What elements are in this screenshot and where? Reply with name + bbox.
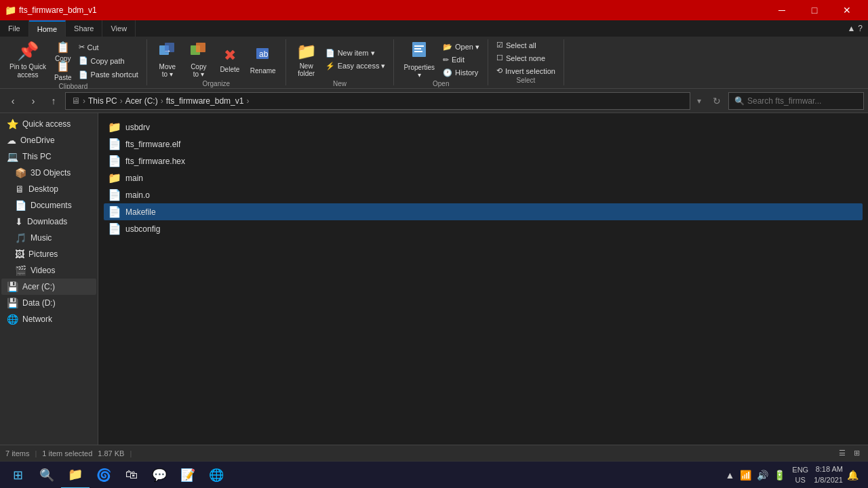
select-all-button[interactable]: ☑ Select all [494, 39, 558, 51]
svg-text:→: → [163, 46, 172, 56]
desktop-icon: 🖥 [15, 184, 24, 195]
open-label: Open [399, 80, 482, 89]
taskbar-skype-icon: 💬 [152, 468, 167, 483]
taskbar-skype[interactable]: 💬 [145, 462, 174, 489]
select-none-button[interactable]: ☐ Select none [494, 52, 558, 64]
copy-button[interactable]: 📋 Copy [50, 42, 76, 61]
taskbar-sticky-notes[interactable]: 📝 [174, 462, 202, 489]
maximize-button[interactable]: □ [799, 0, 830, 20]
tray-notification-button[interactable]: 🔔 [846, 470, 860, 481]
copy-path-button[interactable]: 📄 Copy path [76, 55, 141, 66]
sidebar-item-music[interactable]: 🎵 Music [1, 230, 96, 246]
tray-battery-icon[interactable]: 🔋 [772, 470, 787, 481]
easy-access-button[interactable]: ⚡ Easy access ▾ [323, 60, 389, 72]
forward-button[interactable]: › [24, 92, 42, 110]
ribbon-collapse-button[interactable]: ▲ [847, 24, 855, 33]
search-input[interactable] [747, 96, 858, 106]
taskbar-file-explorer[interactable]: 📁 [61, 462, 90, 489]
folder-icon: 📁 [108, 121, 121, 134]
tab-file[interactable]: File [0, 20, 29, 37]
history-button[interactable]: 🕐 History [440, 67, 482, 79]
sidebar-item-desktop[interactable]: 🖥 Desktop [1, 181, 96, 197]
ribbon-group-select: ☑ Select all ☐ Select none ⟲ Invert sele… [488, 39, 564, 85]
start-button[interactable]: ⊞ [3, 462, 33, 489]
list-view-button[interactable]: ☰ [836, 447, 848, 459]
open-button[interactable]: 📂 Open ▾ [440, 41, 482, 53]
path-folder[interactable]: fts_firmware_bdm_v1 [166, 96, 244, 106]
taskbar-store[interactable]: 🛍 [118, 462, 145, 489]
select-all-icon: ☑ [496, 41, 503, 49]
delete-button[interactable]: ✖ Delete [215, 39, 245, 80]
rename-icon: ab [254, 45, 272, 66]
svg-rect-10 [414, 51, 422, 52]
sidebar: ⭐ Quick access ☁ OneDrive 💻 This PC 📦 3D… [0, 113, 98, 445]
file-item-fts-firmware-hex[interactable]: 📄 fts_firmware.hex [104, 152, 863, 169]
quick-access-icon: ⭐ [7, 119, 18, 129]
taskbar-chrome[interactable]: 🌐 [202, 462, 231, 489]
sidebar-item-documents[interactable]: 📄 Documents [1, 197, 96, 214]
rename-button[interactable]: ab Rename [246, 39, 280, 80]
organize-label: Organize [153, 80, 280, 89]
path-acer-c[interactable]: Acer (C:) [125, 96, 158, 106]
file-item-main-o[interactable]: 📄 main.o [104, 186, 863, 203]
ribbon-group-organize: → Moveto ▾ Copyto ▾ ✖ [147, 39, 286, 85]
new-folder-button[interactable]: 📁 Newfolder [292, 39, 321, 80]
details-view-button[interactable]: ⊞ [851, 447, 863, 459]
ribbon-help-button[interactable]: ? [858, 24, 863, 33]
address-path[interactable]: 🖥 › This PC › Acer (C:) › fts_firmware_b… [65, 92, 690, 110]
properties-button[interactable]: Properties▾ [399, 39, 439, 80]
windows-icon: ⊞ [13, 468, 23, 483]
file-item-fts-firmware-elf[interactable]: 📄 fts_firmware.elf [104, 136, 863, 152]
easy-access-icon: ⚡ [326, 62, 335, 70]
main-area: ⭐ Quick access ☁ OneDrive 💻 This PC 📦 3D… [0, 113, 868, 445]
file-item-main[interactable]: 📁 main [104, 169, 863, 186]
paste-shortcut-button[interactable]: 📄 Paste shortcut [76, 69, 141, 81]
invert-selection-button[interactable]: ⟲ Invert selection [494, 65, 558, 77]
tray-language[interactable]: ENGUS [789, 465, 811, 485]
tab-share[interactable]: Share [66, 20, 102, 37]
file-item-usbdrv[interactable]: 📁 usbdrv [104, 119, 863, 136]
sidebar-item-downloads[interactable]: ⬇ Downloads [1, 214, 96, 230]
tab-view[interactable]: View [102, 20, 136, 37]
up-button[interactable]: ↑ [45, 92, 62, 110]
tray-volume-icon[interactable]: 🔊 [755, 470, 770, 481]
downloads-icon: ⬇ [15, 216, 23, 227]
tray-wifi-icon[interactable]: 📶 [738, 470, 753, 481]
tray-expand-button[interactable]: ▲ [724, 470, 736, 481]
taskbar-chrome-icon: 🌐 [209, 468, 224, 483]
refresh-button[interactable]: ↻ [708, 92, 726, 110]
file-item-makefile[interactable]: 📄 Makefile [104, 203, 863, 220]
move-to-button[interactable]: → Moveto ▾ [153, 39, 182, 80]
copy-to-button[interactable]: Copyto ▾ [184, 39, 214, 80]
taskbar-file-explorer-icon: 📁 [68, 467, 83, 482]
sidebar-item-acer-c[interactable]: 💾 Acer (C:) [1, 279, 96, 295]
sidebar-item-videos[interactable]: 🎬 Videos [1, 262, 96, 279]
back-button[interactable]: ‹ [4, 92, 22, 110]
path-this-pc[interactable]: This PC [88, 96, 117, 106]
paste-button[interactable]: 📋 Paste [50, 61, 76, 80]
taskbar-store-icon: 🛍 [125, 468, 138, 482]
select-label: Select [494, 77, 558, 85]
sidebar-item-network[interactable]: 🌐 Network [1, 311, 96, 327]
sidebar-item-pictures[interactable]: 🖼 Pictures [1, 246, 96, 262]
taskbar-edge[interactable]: 🌀 [90, 462, 118, 489]
ribbon-group-new: 📁 Newfolder 📄 New item ▾ ⚡ Easy access ▾… [286, 39, 395, 85]
close-button[interactable]: ✕ [831, 0, 863, 20]
minimize-button[interactable]: ─ [766, 0, 797, 20]
cut-button[interactable]: ✂ Cut [76, 41, 141, 53]
tab-home[interactable]: Home [29, 20, 66, 37]
file-item-usbconfig[interactable]: 📄 usbconfig [104, 220, 863, 237]
tray-clock[interactable]: 8:18 AM 1/8/2021 [814, 464, 843, 485]
pin-to-quick-access-button[interactable]: 📌 Pin to Quickaccess [5, 39, 50, 80]
title-bar: 📁 fts_firmware_bdm_v1 ─ □ ✕ [0, 0, 868, 20]
sidebar-item-3d-objects[interactable]: 📦 3D Objects [1, 165, 96, 181]
sidebar-item-data-d[interactable]: 💾 Data (D:) [1, 295, 96, 311]
sidebar-item-onedrive[interactable]: ☁ OneDrive [1, 132, 96, 148]
address-dropdown-button[interactable]: ▾ [693, 92, 705, 110]
taskbar-edge-icon: 🌀 [96, 468, 111, 483]
sidebar-item-this-pc[interactable]: 💻 This PC [1, 148, 96, 165]
taskbar-search[interactable]: 🔍 [33, 462, 61, 489]
edit-button[interactable]: ✏ Edit [440, 54, 482, 66]
sidebar-item-quick-access[interactable]: ⭐ Quick access [1, 116, 96, 132]
new-item-button[interactable]: 📄 New item ▾ [323, 47, 389, 59]
